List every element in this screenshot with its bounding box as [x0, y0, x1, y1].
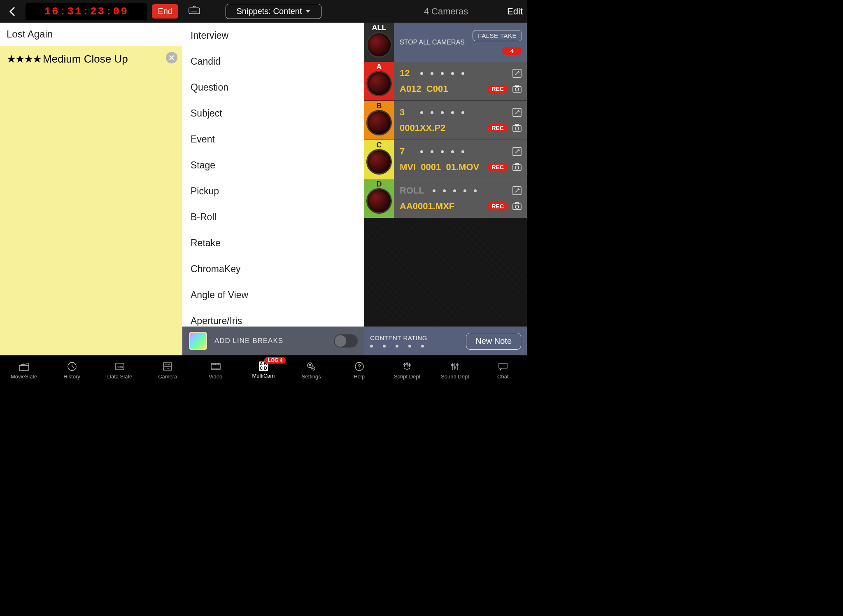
snippet-item[interactable]: Stage — [182, 152, 364, 178]
svg-rect-13 — [515, 85, 519, 86]
snippet-item[interactable]: Subject — [182, 100, 364, 126]
note-body[interactable]: ★★★★ Medium Close Up — [0, 46, 182, 355]
add-line-breaks-label: ADD LINE BREAKS — [214, 337, 283, 345]
svg-rect-21 — [515, 163, 519, 165]
snippet-item[interactable]: Angle of View — [182, 282, 364, 308]
false-take-button[interactable]: FALSE TAKE — [473, 30, 522, 41]
clip-name: AA0001.MXF — [400, 201, 483, 212]
all-label: ALL — [372, 23, 387, 32]
camera-id-label: B — [377, 102, 382, 110]
stop-all-text: STOP ALL CAMERAS — [400, 38, 468, 46]
svg-rect-17 — [515, 124, 519, 126]
svg-rect-19 — [513, 165, 521, 170]
svg-rect-2 — [189, 8, 200, 14]
camera-icon[interactable] — [512, 84, 522, 94]
snippet-category-select[interactable]: Snippets: Content — [226, 4, 321, 19]
tab-label: Settings — [302, 373, 321, 380]
rating-dots[interactable] — [420, 111, 508, 114]
timecode-display: 16:31:23:09 — [26, 3, 147, 20]
stop-all-row[interactable]: ALL STOP ALL CAMERAS FALSE TAKE 4 — [364, 23, 527, 62]
chevron-down-icon — [305, 9, 310, 14]
snippet-item[interactable]: Pickup — [182, 178, 364, 204]
tab-label: MovieSlate — [11, 373, 37, 380]
camera-icon[interactable] — [512, 123, 522, 133]
svg-rect-15 — [513, 126, 521, 131]
rating-dots[interactable] — [433, 189, 508, 192]
snippet-item[interactable]: Candid — [182, 49, 364, 75]
lens-icon — [368, 33, 391, 56]
snippet-select-label: Snippets: Content — [237, 7, 302, 16]
svg-point-24 — [515, 205, 519, 208]
tab-movieslate[interactable]: MovieSlate — [0, 355, 48, 385]
snippet-item[interactable]: ChromaKey — [182, 256, 364, 282]
tab-help[interactable]: ?Help — [335, 355, 383, 385]
tab-history[interactable]: History — [48, 355, 95, 385]
tab-label: History — [63, 373, 80, 380]
tab-video[interactable]: Video — [191, 355, 239, 385]
tab-bar: MovieSlateHistorydataData SlateF141/60Ca… — [0, 355, 527, 385]
snippet-item[interactable]: Retake — [182, 230, 364, 256]
tab-data-slate[interactable]: dataData Slate — [96, 355, 144, 385]
clip-name: 0001XX.P2 — [400, 123, 483, 133]
snippet-item[interactable]: Event — [182, 126, 364, 152]
snippet-item[interactable]: B-Roll — [182, 204, 364, 230]
tab-label: Chat — [497, 373, 508, 380]
tab-sound-dept[interactable]: Sound Dept — [431, 355, 479, 385]
camera-row-d[interactable]: DROLLAA0001.MXFREC — [364, 179, 527, 218]
svg-rect-25 — [515, 203, 519, 204]
rec-badge: REC — [487, 202, 508, 210]
keyboard-icon[interactable] — [188, 5, 200, 18]
tab-label: Data Slate — [107, 373, 133, 380]
svg-point-20 — [515, 166, 519, 169]
clear-note-icon[interactable] — [166, 52, 177, 63]
snippet-item[interactable]: Interview — [182, 23, 364, 49]
camera-id-label: C — [377, 141, 382, 149]
rating-dots[interactable] — [420, 72, 508, 75]
svg-text:data: data — [116, 365, 123, 369]
snippet-item[interactable]: Question — [182, 75, 364, 100]
camera-row-a[interactable]: A12A012_C001REC — [364, 62, 527, 101]
lens-icon — [368, 111, 391, 134]
snippet-list[interactable]: InterviewCandidQuestionSubjectEventStage… — [182, 23, 364, 327]
tab-label: Camera — [158, 373, 177, 380]
svg-point-12 — [515, 88, 519, 91]
content-rating-label: CONTENT RATING — [370, 334, 427, 341]
color-swatch-button[interactable] — [189, 332, 207, 350]
clip-name: A012_C001 — [400, 84, 483, 94]
note-text: Medium Close Up — [43, 53, 128, 65]
camera-row-c[interactable]: C7MVI_0001_01.MOVREC — [364, 140, 527, 179]
tab-label: MultiCam — [252, 373, 275, 379]
edit-icon[interactable] — [512, 107, 522, 117]
recording-count-badge: 4 — [502, 47, 522, 55]
note-title: Lost Again — [0, 23, 182, 46]
edit-button[interactable]: Edit — [507, 6, 523, 17]
rating-dots[interactable] — [420, 150, 508, 153]
edit-icon[interactable] — [512, 68, 522, 78]
cameras-title: 4 Cameras — [385, 6, 507, 17]
tab-label: Script Dept — [394, 373, 420, 380]
content-rating-dots[interactable] — [370, 345, 427, 348]
svg-point-45 — [309, 364, 311, 366]
camera-icon[interactable] — [512, 162, 522, 172]
back-button[interactable] — [4, 3, 21, 20]
tab-multicam[interactable]: ABCDMultiCamLOG 4 — [240, 355, 287, 385]
rating-stars: ★★★★ — [7, 53, 41, 65]
edit-icon[interactable] — [512, 147, 522, 156]
svg-point-47 — [313, 368, 314, 369]
svg-text:1/60: 1/60 — [165, 367, 170, 370]
new-note-button[interactable]: New Note — [466, 333, 521, 350]
tab-script-dept[interactable]: Script Dept — [383, 355, 431, 385]
tab-settings[interactable]: Settings — [287, 355, 335, 385]
edit-icon[interactable] — [512, 186, 522, 196]
camera-icon[interactable] — [512, 201, 522, 211]
line-breaks-toggle[interactable] — [334, 334, 358, 348]
note-content: ★★★★ Medium Close Up — [7, 53, 176, 65]
snippet-item[interactable]: Aperture/Iris — [182, 308, 364, 327]
rec-badge: REC — [487, 85, 508, 93]
tab-camera[interactable]: F141/60Camera — [144, 355, 191, 385]
log-badge: LOG 4 — [264, 357, 286, 364]
svg-rect-11 — [513, 86, 521, 92]
end-button[interactable]: End — [152, 4, 178, 19]
camera-row-b[interactable]: B30001XX.P2REC — [364, 101, 527, 140]
tab-chat[interactable]: Chat — [479, 355, 527, 385]
